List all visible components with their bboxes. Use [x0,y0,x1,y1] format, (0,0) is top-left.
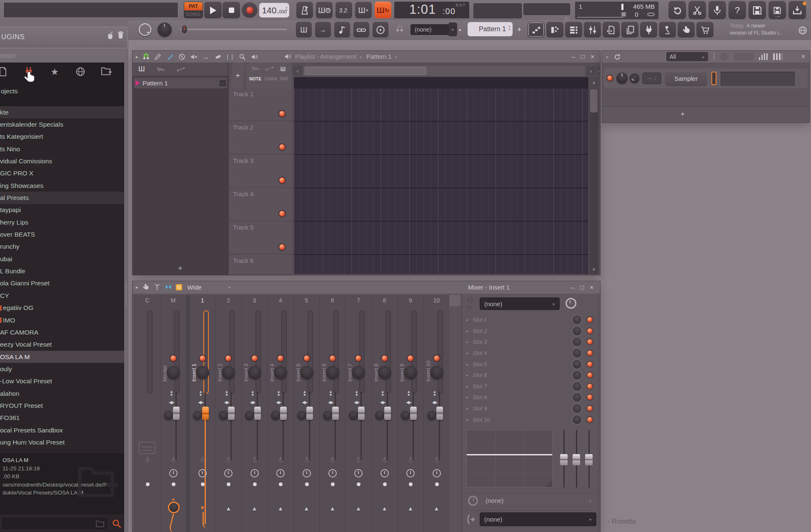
global-snap-magnet-icon[interactable] [395,24,404,33]
snap-magnet-icon[interactable] [142,53,150,61]
browser-root-item[interactable]: ojects [1,87,18,95]
track-header[interactable]: Track 1 ... [229,88,292,120]
mixer-strip[interactable]: 5 Insert 5 ▲▼ ◀▶ ▲ [293,295,319,532]
browser-list-item[interactable]: AF CAMORA [0,326,124,338]
shuttle-slider[interactable] [180,29,287,30]
browser-list-item[interactable]: ouly [0,363,124,375]
pattern-spinner[interactable]: ▲▼ [508,25,511,31]
slot-arrow-icon[interactable]: ▸ [466,329,468,333]
strip-small-knob[interactable] [219,411,228,420]
dock-icon[interactable] [165,283,172,291]
strip-clock-icon[interactable] [328,469,337,477]
plugin-dropdown[interactable]: (none) ▸ [480,297,560,310]
strip-clock-icon[interactable] [169,469,178,477]
track-menu-dots[interactable]: ... [233,212,239,217]
tab-online-icon[interactable] [68,67,93,77]
track-name[interactable]: Track 2 [233,124,253,131]
toggle-playlist-button[interactable] [528,22,545,37]
browser-list-item[interactable]: ts Kategorisiert [0,131,124,143]
strip-menu-icon[interactable] [139,442,155,454]
strip-pan-arrows[interactable]: ◀▶ [328,400,333,405]
layout-checkbox-icon[interactable] [176,284,182,290]
slot-arrow-icon[interactable]: ▸ [466,406,468,411]
strip-knob[interactable] [248,366,261,379]
slot-mix-knob[interactable] [573,404,581,413]
fader-thumb[interactable] [254,407,261,420]
strip-route-arrow[interactable]: ▲ [215,505,241,512]
slice-tool-icon[interactable] [214,52,223,61]
add-channel-button[interactable]: + [681,110,685,118]
strip-route-arrow[interactable]: ▲ [398,505,423,512]
audio-input-icon[interactable] [251,457,258,463]
track-menu-dots[interactable]: ... [233,245,239,251]
track-header[interactable]: Track 4 ... [229,188,292,220]
channel-pan-knob[interactable] [616,72,628,84]
mixer-target-box[interactable]: ---▲▼ [642,72,661,84]
resize-corner[interactable] [545,480,552,487]
audio-input-icon[interactable] [225,457,232,463]
audio-input-icon[interactable] [170,457,177,463]
slot-arrow-icon[interactable]: ▸ [466,340,468,344]
strip-dot[interactable] [253,482,257,486]
toggle-piano-roll-button[interactable] [546,22,563,37]
strip-pan-arrows[interactable]: ◀▶ [302,400,307,405]
eq-band-fader[interactable] [585,430,593,487]
slot-enable-led[interactable] [587,372,593,378]
picker-tab-note[interactable]: NOTE [249,76,261,81]
strip-arm-dot[interactable] [304,355,310,361]
maximize-button[interactable]: □ [581,53,585,60]
strip-arm-dot[interactable] [330,355,335,361]
effect-slot[interactable]: ▸ Slot 10 [462,414,598,425]
minimize-button[interactable]: – [572,53,575,60]
toggle-channel-rack-button[interactable] [565,22,582,37]
strip-small-knob[interactable] [164,411,173,420]
eq-band-fader[interactable] [560,430,568,487]
strip-dot[interactable] [305,482,309,486]
strip-knob[interactable] [274,366,287,379]
browser-list-item[interactable]: vidual Comissions [0,155,124,167]
pat-song-toggle[interactable]: PAT SONG [184,2,203,18]
playlist-titlebar[interactable]: ▸ ↔ [ ] Playlist - Arrangement ▸ Pattern… [133,51,600,62]
slot-enable-led[interactable] [587,317,593,322]
route-knob[interactable] [168,502,180,513]
strip-small-knob[interactable] [193,411,202,420]
mixer-strip[interactable]: 4 Insert 4 ▲▼ ◀▶ ▲ [267,295,293,532]
draw-tool-icon[interactable] [154,52,162,61]
strip-pan-arrows[interactable]: ◀▶ [169,400,173,405]
tempo-display[interactable]: 140.000 ▲▼ [259,3,289,17]
strip-clock-icon[interactable] [250,469,259,477]
output-row[interactable]: (none) ▸ [462,510,598,528]
picker-automation-icon[interactable] [265,66,274,71]
browser-list-item[interactable]: alahon [0,387,124,400]
fader-thumb[interactable] [436,407,443,420]
mixer-strip[interactable]: 3 Insert 3 ▲▼ ◀▶ ▲ [241,295,267,532]
mixer-strip[interactable]: 1 Insert 1 ▲▼ ◀▶ ▲ [189,295,215,532]
playlist-grid[interactable] [294,88,588,274]
slot-arrow-icon[interactable]: ▸ [466,384,468,389]
metronome-note-button[interactable] [334,22,350,37]
toggle-plugin-picker-button[interactable] [640,22,657,37]
fader-thumb[interactable] [202,407,209,420]
eq-icon[interactable]: EQ [466,297,477,310]
link-button[interactable] [353,22,369,37]
slot-mix-knob[interactable] [573,415,581,424]
mixer-strip[interactable]: 10 Insert 10 ▲▼ ◀▶ ▲ [423,295,449,532]
breadcrumb-current[interactable]: Pattern 1 [366,53,392,60]
audio-input-icon[interactable] [433,457,440,463]
strip-clock-icon[interactable] [224,469,233,477]
effect-slot[interactable]: ▸ Slot 6 [462,370,598,381]
audio-input-icon[interactable] [144,457,151,463]
breadcrumb-root[interactable]: Playlist - Arrangement [295,53,356,60]
strip-small-knob[interactable] [245,411,254,420]
strip-small-knob[interactable] [375,411,384,420]
timeline-ruler[interactable] [294,77,588,88]
strip-small-knob[interactable] [323,411,332,420]
slot-mix-knob[interactable] [573,371,581,380]
strip-fader[interactable] [335,392,336,460]
strip-dot[interactable] [172,482,175,486]
strip-knob[interactable] [378,366,391,379]
browser-list-item[interactable]: taypapi [0,204,124,216]
track-arm-dot[interactable] [279,211,285,217]
step-sequencer-area[interactable] [721,72,795,86]
slot-enable-led[interactable] [587,395,593,400]
